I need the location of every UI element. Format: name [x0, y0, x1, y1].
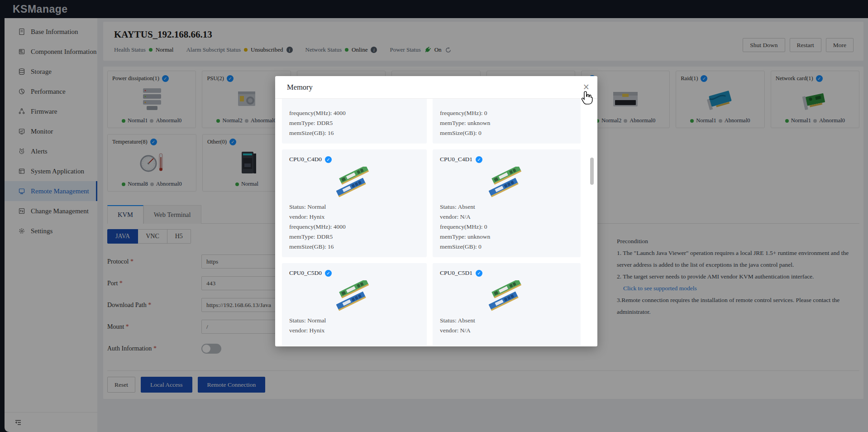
dimm-icon — [289, 278, 420, 316]
modal-scrollbar-thumb[interactable] — [590, 158, 594, 185]
memory-item-cpu0-c5d0: CPU0_C5D0✓ Status: Normal vendor: Hynix — [282, 263, 427, 346]
memory-modal: Memory × frequency(MHz): 4000 memType: D… — [275, 76, 597, 346]
memory-modal-body: frequency(MHz): 4000 memType: DDR5 memSi… — [275, 99, 597, 346]
check-badge-icon: ✓ — [476, 270, 482, 277]
memory-item-cpu0-c5d1: CPU0_C5D1✓ Status: Absent vendor: N/A — [433, 263, 581, 346]
memory-modal-title: Memory — [287, 83, 313, 92]
dimm-icon — [289, 164, 420, 202]
memory-item-partial: frequency(MHz): 0 memType: unknown memSi… — [433, 99, 581, 144]
check-badge-icon: ✓ — [325, 270, 332, 277]
memory-modal-header: Memory × — [275, 76, 597, 99]
memory-item-cpu0-c4d1: CPU0_C4D1✓ Status: Absent vendor: N/A fr… — [433, 149, 581, 257]
check-badge-icon: ✓ — [476, 156, 482, 163]
close-icon[interactable]: × — [583, 82, 589, 92]
dimm-icon — [440, 164, 573, 202]
memory-item-cpu0-c4d0: CPU0_C4D0✓ Status: Normal vendor: Hynix … — [282, 149, 427, 257]
memory-grid: frequency(MHz): 4000 memType: DDR5 memSi… — [282, 99, 597, 346]
dimm-icon — [440, 278, 573, 316]
memory-item-partial: frequency(MHz): 4000 memType: DDR5 memSi… — [282, 99, 427, 144]
check-badge-icon: ✓ — [325, 156, 332, 163]
